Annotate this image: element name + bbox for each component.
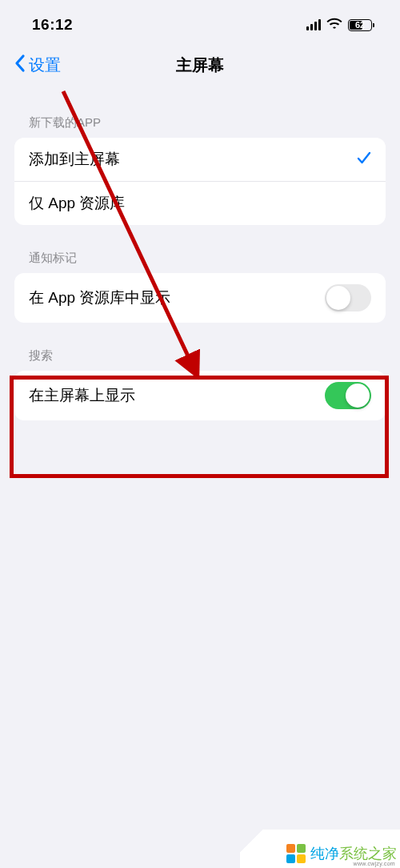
- option-add-to-home[interactable]: 添加到主屏幕: [14, 138, 386, 182]
- row-label: 在 App 资源库中显示: [29, 287, 170, 308]
- toggle-show-on-home-screen[interactable]: [325, 382, 371, 409]
- option-label: 添加到主屏幕: [29, 149, 120, 170]
- page-title: 主屏幕: [176, 54, 224, 76]
- checkmark-icon: [357, 151, 371, 168]
- row-show-in-app-library: 在 App 资源库中显示: [14, 273, 386, 323]
- section-badges: 通知标记 在 App 资源库中显示: [0, 251, 400, 323]
- watermark-url: www.cwjzy.com: [354, 861, 395, 866]
- back-button[interactable]: 设置: [14, 54, 61, 77]
- option-label: 仅 App 资源库: [29, 193, 125, 214]
- chevron-left-icon: [14, 54, 26, 77]
- status-icons-group: 62: [306, 18, 375, 32]
- back-label: 设置: [29, 54, 61, 76]
- navigation-bar: 设置 主屏幕: [0, 43, 400, 90]
- section-search: 搜索 在主屏幕上显示: [0, 348, 400, 420]
- row-show-on-home-screen: 在主屏幕上显示: [14, 371, 386, 420]
- battery-icon: 62: [348, 19, 374, 31]
- toggle-show-in-app-library[interactable]: [325, 284, 371, 311]
- watermark-logo-icon: [286, 844, 306, 863]
- option-app-library-only[interactable]: 仅 App 资源库: [14, 182, 386, 225]
- section-header-new-apps: 新下载的APP: [14, 115, 386, 138]
- status-time: 16:12: [32, 16, 73, 34]
- section-header-search: 搜索: [14, 348, 386, 371]
- section-header-badges: 通知标记: [14, 251, 386, 273]
- cellular-signal-icon: [306, 19, 322, 30]
- status-bar: 16:12 62: [0, 0, 400, 43]
- section-new-apps: 新下载的APP 添加到主屏幕 仅 App 资源库: [0, 115, 400, 225]
- wifi-icon: [326, 18, 342, 32]
- row-label: 在主屏幕上显示: [29, 385, 135, 406]
